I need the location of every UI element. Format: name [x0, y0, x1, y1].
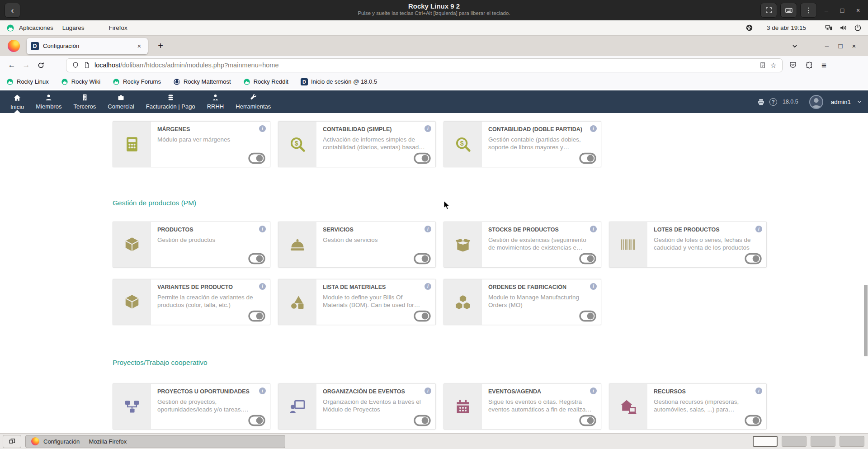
- bookmark-rocky-mattermost[interactable]: Rocky Mattermost: [173, 78, 231, 85]
- bookmark-rocky-reddit[interactable]: Rocky Reddit: [243, 78, 288, 85]
- module-toggle-off[interactable]: [414, 252, 431, 265]
- url-input[interactable]: localhost /dolibarr/htdocs/admin/modules…: [66, 58, 783, 72]
- menu-item-facturacion[interactable]: Facturación | Pago: [140, 90, 201, 113]
- module-card-productos[interactable]: PRODUCTOS Gestión de productos i: [113, 222, 270, 268]
- menu-item-herramientas[interactable]: Herramientas: [230, 90, 277, 113]
- module-toggle-off[interactable]: [579, 252, 596, 265]
- pocket-icon[interactable]: [789, 61, 797, 69]
- info-icon[interactable]: i: [425, 388, 431, 394]
- shield-icon[interactable]: [72, 61, 79, 69]
- menu-item-inicio[interactable]: Inicio: [5, 90, 30, 113]
- user-menu[interactable]: admin1: [831, 99, 851, 105]
- gnome-clock[interactable]: 3 de abr 19:15: [767, 24, 806, 31]
- vm-maximize-button[interactable]: □: [836, 3, 849, 18]
- vm-minimize-button[interactable]: –: [820, 3, 833, 18]
- extensions-puzzle-icon[interactable]: [805, 61, 813, 69]
- reader-view-icon[interactable]: [759, 61, 766, 69]
- module-toggle-off[interactable]: [248, 414, 265, 427]
- workspace-4[interactable]: [840, 436, 864, 447]
- app-menu-icon[interactable]: ≡: [821, 61, 826, 70]
- module-toggle-off[interactable]: [745, 414, 762, 427]
- workspace-1[interactable]: [753, 436, 778, 447]
- vm-menu-button[interactable]: ⋮: [800, 3, 817, 18]
- workspace-3[interactable]: [811, 436, 835, 447]
- info-icon[interactable]: i: [259, 388, 266, 394]
- module-card-recursos[interactable]: RECURSOS Gestiona recursos (impresoras, …: [609, 383, 767, 430]
- reload-icon[interactable]: [33, 58, 48, 72]
- bookmark-dolibarr-login[interactable]: DInicio de sesión @ 18.0.5: [301, 78, 377, 85]
- module-toggle-off[interactable]: [248, 152, 265, 165]
- new-tab-button[interactable]: +: [154, 41, 167, 51]
- module-card-proyectos[interactable]: PROYECTOS U OPORTUNIDADES Gestión de pro…: [113, 383, 270, 430]
- vm-keyboard-button[interactable]: [780, 3, 797, 18]
- gnome-active-app[interactable]: Firefox: [104, 24, 132, 31]
- bookmark-rocky-forums[interactable]: Rocky Forums: [113, 78, 161, 85]
- module-card-variantes[interactable]: VARIANTES DE PRODUCTO Permite la creació…: [113, 279, 270, 325]
- info-icon[interactable]: i: [590, 388, 597, 394]
- module-card-stocks[interactable]: STOCKS DE PRODUCTOS Gestión de existenci…: [443, 222, 601, 268]
- info-icon[interactable]: i: [259, 125, 266, 132]
- list-tabs-icon[interactable]: [791, 43, 798, 50]
- page-info-icon[interactable]: [83, 61, 90, 69]
- info-icon[interactable]: i: [755, 226, 762, 232]
- module-card-servicios[interactable]: SERVICIOS Gestión de servicios i: [278, 222, 436, 268]
- info-icon[interactable]: i: [259, 226, 266, 232]
- window-restore-button[interactable]: □: [834, 42, 847, 50]
- window-list-button[interactable]: [3, 435, 21, 448]
- vm-back-button[interactable]: ‹: [5, 3, 20, 18]
- module-toggle-off[interactable]: [579, 414, 596, 427]
- taskbar-window-firefox[interactable]: Configuración — Mozilla Firefox: [25, 435, 285, 448]
- power-icon[interactable]: [854, 24, 862, 32]
- info-icon[interactable]: i: [590, 283, 597, 290]
- module-card-agenda[interactable]: EVENTOS/AGENDA Sigue los eventos o citas…: [443, 383, 601, 430]
- module-toggle-off[interactable]: [414, 414, 431, 427]
- module-card-contabilidad-simple[interactable]: CONTABILIDAD (SIMPLE) Activación de info…: [278, 121, 436, 167]
- module-toggle-off[interactable]: [579, 152, 596, 165]
- avatar[interactable]: [809, 95, 823, 109]
- firefox-logo-icon[interactable]: [8, 40, 20, 52]
- menu-item-comercial[interactable]: Comercial: [102, 90, 140, 113]
- accessibility-icon[interactable]: [745, 24, 753, 32]
- network-icon[interactable]: [825, 24, 833, 32]
- info-icon[interactable]: i: [425, 125, 431, 132]
- browser-tab[interactable]: D Configuración ×: [27, 38, 148, 54]
- vm-close-button[interactable]: ×: [852, 3, 864, 18]
- info-icon[interactable]: i: [425, 283, 431, 290]
- module-card-lotes[interactable]: LOTES DE PRODUCTOS Gestión de lotes o se…: [609, 222, 767, 268]
- chevron-down-icon[interactable]: [856, 99, 863, 105]
- module-card-margenes[interactable]: MÁRGENES Módulo para ver márgenes i: [113, 121, 270, 167]
- info-icon[interactable]: i: [590, 226, 597, 232]
- bookmark-rocky-linux[interactable]: Rocky Linux: [6, 78, 49, 85]
- module-toggle-off[interactable]: [414, 152, 431, 165]
- module-card-mo[interactable]: ÓRDENES DE FABRICACIÓN Module to Manage …: [443, 279, 601, 325]
- module-toggle-off[interactable]: [414, 310, 431, 322]
- volume-icon[interactable]: [840, 24, 847, 32]
- browser-back-button[interactable]: ←: [5, 58, 19, 72]
- module-toggle-off[interactable]: [248, 310, 265, 322]
- vm-fullscreen-button[interactable]: [760, 3, 777, 18]
- info-icon[interactable]: i: [755, 388, 762, 394]
- gnome-menu-places[interactable]: Lugares: [58, 24, 89, 31]
- gnome-menu-applications[interactable]: Aplicaciones: [14, 24, 58, 31]
- module-toggle-off[interactable]: [248, 252, 265, 265]
- module-card-contabilidad-doble[interactable]: CONTABILIDAD (DOBLE PARTIDA) Gestión con…: [443, 121, 601, 167]
- window-minimize-button[interactable]: –: [820, 42, 834, 50]
- menu-item-terceros[interactable]: Terceros: [67, 90, 102, 113]
- scrollbar[interactable]: [864, 285, 868, 356]
- bookmark-star-icon[interactable]: ☆: [770, 61, 777, 70]
- help-icon[interactable]: ?: [769, 98, 777, 106]
- window-close-button[interactable]: ×: [847, 42, 861, 50]
- info-icon[interactable]: i: [590, 125, 597, 132]
- tab-close-icon[interactable]: ×: [135, 42, 144, 50]
- module-card-eventos-org[interactable]: ORGANIZACIÓN DE EVENTOS Organización de …: [278, 383, 436, 430]
- module-card-bom[interactable]: LISTA DE MATERIALES Module to define you…: [278, 279, 436, 325]
- info-icon[interactable]: i: [259, 283, 266, 290]
- workspace-2[interactable]: [782, 436, 807, 447]
- info-icon[interactable]: i: [425, 226, 431, 232]
- menu-item-rrhh[interactable]: RRHH: [201, 90, 230, 113]
- print-icon[interactable]: [757, 98, 765, 106]
- module-toggle-off[interactable]: [579, 310, 596, 322]
- module-toggle-off[interactable]: [745, 252, 762, 265]
- menu-item-miembros[interactable]: Miembros: [30, 90, 67, 113]
- bookmark-rocky-wiki[interactable]: Rocky Wiki: [61, 78, 100, 85]
